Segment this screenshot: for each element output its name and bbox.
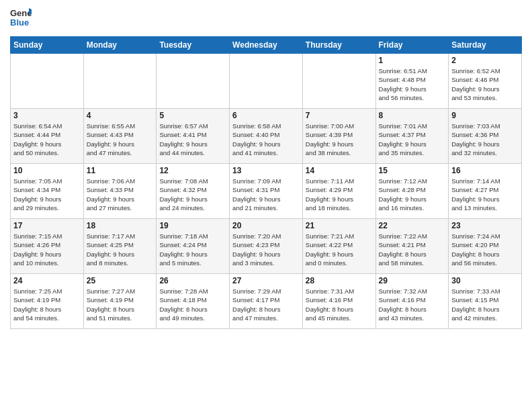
calendar-day-cell (157, 54, 230, 109)
calendar-day-cell: 30Sunrise: 7:33 AMSunset: 4:15 PMDayligh… (449, 274, 522, 329)
day-info: Sunrise: 7:32 AMSunset: 4:16 PMDaylight:… (379, 287, 446, 322)
calendar-day-cell: 27Sunrise: 7:29 AMSunset: 4:17 PMDayligh… (230, 274, 303, 329)
calendar-day-cell: 13Sunrise: 7:09 AMSunset: 4:31 PMDayligh… (230, 164, 303, 219)
calendar-week-row: 17Sunrise: 7:15 AMSunset: 4:26 PMDayligh… (11, 219, 522, 274)
calendar-day-cell: 1Sunrise: 6:51 AMSunset: 4:48 PMDaylight… (375, 54, 449, 109)
calendar-day-cell: 8Sunrise: 7:01 AMSunset: 4:37 PMDaylight… (375, 109, 449, 164)
day-info: Sunrise: 7:22 AMSunset: 4:21 PMDaylight:… (379, 232, 446, 267)
day-of-week-header: Monday (83, 37, 157, 54)
day-of-week-header: Saturday (449, 37, 522, 54)
day-info: Sunrise: 7:33 AMSunset: 4:15 PMDaylight:… (451, 287, 519, 322)
logo: General Blue (10, 7, 32, 31)
day-info: Sunrise: 7:15 AMSunset: 4:26 PMDaylight:… (13, 232, 81, 267)
calendar-header-row: SundayMondayTuesdayWednesdayThursdayFrid… (11, 37, 522, 54)
calendar-day-cell (230, 54, 303, 109)
logo-inner: General Blue (10, 7, 32, 31)
calendar-day-cell (302, 54, 375, 109)
calendar-day-cell: 4Sunrise: 6:55 AMSunset: 4:43 PMDaylight… (83, 109, 157, 164)
day-number: 20 (232, 221, 300, 230)
day-of-week-header: Tuesday (157, 37, 230, 54)
calendar-day-cell: 12Sunrise: 7:08 AMSunset: 4:32 PMDayligh… (157, 164, 230, 219)
calendar-day-cell: 21Sunrise: 7:21 AMSunset: 4:22 PMDayligh… (302, 219, 375, 274)
calendar-day-cell: 19Sunrise: 7:18 AMSunset: 4:24 PMDayligh… (157, 219, 230, 274)
day-info: Sunrise: 7:08 AMSunset: 4:32 PMDaylight:… (159, 177, 226, 212)
calendar-day-cell: 9Sunrise: 7:03 AMSunset: 4:36 PMDaylight… (449, 109, 522, 164)
day-info: Sunrise: 7:24 AMSunset: 4:20 PMDaylight:… (451, 232, 519, 267)
calendar-day-cell (11, 54, 84, 109)
logo-bird-icon: General Blue (10, 7, 32, 31)
svg-text:General: General (10, 8, 32, 18)
calendar-week-row: 1Sunrise: 6:51 AMSunset: 4:48 PMDaylight… (11, 54, 522, 109)
day-number: 17 (13, 221, 81, 230)
day-info: Sunrise: 7:09 AMSunset: 4:31 PMDaylight:… (232, 177, 300, 212)
day-info: Sunrise: 7:28 AMSunset: 4:18 PMDaylight:… (159, 287, 226, 322)
day-info: Sunrise: 7:06 AMSunset: 4:33 PMDaylight:… (87, 177, 154, 212)
day-number: 5 (159, 111, 226, 120)
day-number: 22 (379, 221, 446, 230)
calendar-day-cell: 3Sunrise: 6:54 AMSunset: 4:44 PMDaylight… (11, 109, 84, 164)
day-info: Sunrise: 7:21 AMSunset: 4:22 PMDaylight:… (306, 232, 373, 267)
calendar-week-row: 24Sunrise: 7:25 AMSunset: 4:19 PMDayligh… (11, 274, 522, 329)
day-number: 11 (87, 166, 154, 175)
day-number: 7 (306, 111, 373, 120)
calendar-day-cell: 14Sunrise: 7:11 AMSunset: 4:29 PMDayligh… (302, 164, 375, 219)
calendar-day-cell: 24Sunrise: 7:25 AMSunset: 4:19 PMDayligh… (11, 274, 84, 329)
calendar-day-cell: 20Sunrise: 7:20 AMSunset: 4:23 PMDayligh… (230, 219, 303, 274)
day-number: 21 (306, 221, 373, 230)
calendar-body: 1Sunrise: 6:51 AMSunset: 4:48 PMDaylight… (11, 54, 522, 329)
day-info: Sunrise: 6:57 AMSunset: 4:41 PMDaylight:… (159, 122, 226, 157)
day-number: 6 (232, 111, 300, 120)
day-number: 30 (451, 276, 519, 285)
day-number: 24 (13, 276, 81, 285)
day-number: 14 (306, 166, 373, 175)
day-info: Sunrise: 7:17 AMSunset: 4:25 PMDaylight:… (87, 232, 154, 267)
day-number: 9 (451, 111, 519, 120)
calendar-day-cell: 7Sunrise: 7:00 AMSunset: 4:39 PMDaylight… (302, 109, 375, 164)
page-header: General Blue (10, 7, 522, 31)
calendar-day-cell: 22Sunrise: 7:22 AMSunset: 4:21 PMDayligh… (375, 219, 449, 274)
day-number: 1 (379, 56, 446, 65)
day-of-week-header: Thursday (302, 37, 375, 54)
day-info: Sunrise: 7:25 AMSunset: 4:19 PMDaylight:… (13, 287, 81, 322)
calendar-day-cell (83, 54, 157, 109)
calendar-day-cell: 6Sunrise: 6:58 AMSunset: 4:40 PMDaylight… (230, 109, 303, 164)
calendar-day-cell: 15Sunrise: 7:12 AMSunset: 4:28 PMDayligh… (375, 164, 449, 219)
calendar-day-cell: 17Sunrise: 7:15 AMSunset: 4:26 PMDayligh… (11, 219, 84, 274)
day-info: Sunrise: 7:29 AMSunset: 4:17 PMDaylight:… (232, 287, 300, 322)
day-number: 25 (87, 276, 154, 285)
calendar-day-cell: 29Sunrise: 7:32 AMSunset: 4:16 PMDayligh… (375, 274, 449, 329)
day-number: 28 (306, 276, 373, 285)
day-info: Sunrise: 7:05 AMSunset: 4:34 PMDaylight:… (13, 177, 81, 212)
day-of-week-header: Friday (375, 37, 449, 54)
day-info: Sunrise: 6:52 AMSunset: 4:46 PMDaylight:… (451, 66, 519, 102)
day-number: 2 (451, 56, 519, 65)
calendar-week-row: 10Sunrise: 7:05 AMSunset: 4:34 PMDayligh… (11, 164, 522, 219)
calendar-week-row: 3Sunrise: 6:54 AMSunset: 4:44 PMDaylight… (11, 109, 522, 164)
day-info: Sunrise: 7:11 AMSunset: 4:29 PMDaylight:… (306, 177, 373, 212)
day-info: Sunrise: 6:58 AMSunset: 4:40 PMDaylight:… (232, 122, 300, 157)
day-info: Sunrise: 7:27 AMSunset: 4:19 PMDaylight:… (87, 287, 154, 322)
day-info: Sunrise: 7:18 AMSunset: 4:24 PMDaylight:… (159, 232, 226, 267)
calendar-day-cell: 26Sunrise: 7:28 AMSunset: 4:18 PMDayligh… (157, 274, 230, 329)
day-number: 13 (232, 166, 300, 175)
calendar-day-cell: 5Sunrise: 6:57 AMSunset: 4:41 PMDaylight… (157, 109, 230, 164)
day-of-week-header: Wednesday (230, 37, 303, 54)
day-info: Sunrise: 7:03 AMSunset: 4:36 PMDaylight:… (451, 122, 519, 157)
calendar-day-cell: 16Sunrise: 7:14 AMSunset: 4:27 PMDayligh… (449, 164, 522, 219)
calendar-table: SundayMondayTuesdayWednesdayThursdayFrid… (10, 36, 522, 329)
calendar-day-cell: 18Sunrise: 7:17 AMSunset: 4:25 PMDayligh… (83, 219, 157, 274)
day-info: Sunrise: 7:20 AMSunset: 4:23 PMDaylight:… (232, 232, 300, 267)
day-info: Sunrise: 7:12 AMSunset: 4:28 PMDaylight:… (379, 177, 446, 212)
day-number: 4 (87, 111, 154, 120)
day-number: 12 (159, 166, 226, 175)
day-info: Sunrise: 6:55 AMSunset: 4:43 PMDaylight:… (87, 122, 154, 157)
svg-text:Blue: Blue (10, 17, 29, 28)
day-info: Sunrise: 6:54 AMSunset: 4:44 PMDaylight:… (13, 122, 81, 157)
day-number: 8 (379, 111, 446, 120)
day-info: Sunrise: 7:31 AMSunset: 4:16 PMDaylight:… (306, 287, 373, 322)
page-container: General Blue SundayMondayTuesdayWednesda… (0, 0, 532, 336)
calendar-day-cell: 23Sunrise: 7:24 AMSunset: 4:20 PMDayligh… (449, 219, 522, 274)
day-of-week-header: Sunday (11, 37, 84, 54)
day-number: 23 (451, 221, 519, 230)
day-number: 29 (379, 276, 446, 285)
